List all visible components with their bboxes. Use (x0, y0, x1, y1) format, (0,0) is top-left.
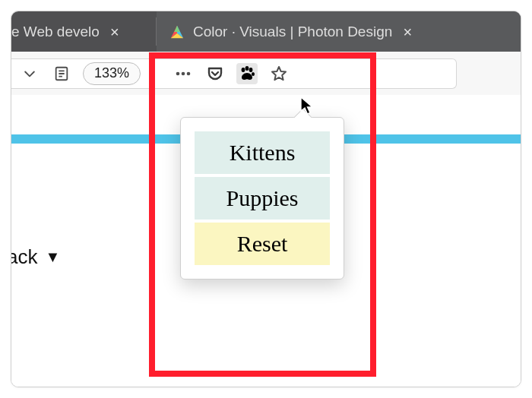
tab-inactive[interactable]: e Web develo × (11, 11, 156, 52)
svg-point-9 (182, 71, 185, 75)
close-icon[interactable]: × (400, 24, 415, 39)
overflow-icon[interactable] (173, 63, 194, 84)
close-icon[interactable]: × (107, 24, 122, 39)
svg-point-8 (176, 71, 180, 75)
pocket-icon[interactable] (204, 63, 226, 84)
svg-point-14 (252, 71, 255, 75)
paw-extension-icon[interactable] (236, 63, 258, 84)
tab-title: Color · Visuals | Photon Design (193, 24, 392, 40)
zoom-indicator[interactable]: 133% (83, 62, 141, 85)
tab-active[interactable]: Color · Visuals | Photon Design × (157, 11, 521, 52)
url-bar[interactable]: 133% (11, 58, 457, 89)
popup-item-kittens[interactable]: Kittens (195, 131, 330, 174)
page-partial-dropdown[interactable]: ack ▼ (11, 245, 60, 269)
svg-point-11 (242, 68, 245, 72)
chevron-down-icon[interactable] (19, 63, 40, 84)
tab-strip: e Web develo × Color · Visuals | Photon … (11, 11, 521, 52)
bookmark-star-icon[interactable] (268, 63, 290, 84)
svg-marker-3 (174, 25, 179, 31)
svg-point-12 (245, 66, 249, 71)
caret-down-icon: ▼ (45, 248, 60, 266)
tab-title: e Web develo (11, 24, 100, 40)
extension-popup: Kittens Puppies Reset (180, 117, 344, 280)
photon-favicon-icon (169, 24, 185, 40)
svg-point-13 (249, 68, 253, 72)
svg-point-10 (187, 71, 191, 75)
toolbar: 133% (11, 52, 521, 95)
popup-item-reset[interactable]: Reset (195, 223, 330, 265)
page-partial-text: ack (11, 245, 37, 269)
reader-view-icon[interactable] (51, 63, 72, 84)
popup-item-puppies[interactable]: Puppies (195, 177, 330, 220)
